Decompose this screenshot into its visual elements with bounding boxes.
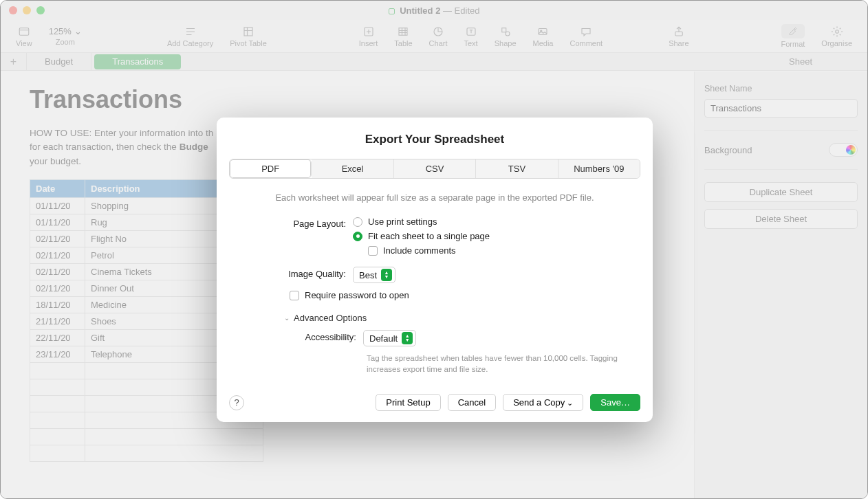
tab-numbers09[interactable]: Numbers '09 xyxy=(558,159,640,178)
tab-tsv[interactable]: TSV xyxy=(476,159,558,178)
checkbox-include-comments[interactable]: Include comments xyxy=(368,245,640,256)
send-a-copy-button[interactable]: Send a Copy xyxy=(503,394,583,411)
tab-csv[interactable]: CSV xyxy=(394,159,476,178)
checkbox-require-password[interactable]: Require password to open xyxy=(290,290,409,300)
accessibility-hint: Tag the spreadsheet when tables have few… xyxy=(367,353,640,375)
tab-excel[interactable]: Excel xyxy=(312,159,393,178)
accessibility-select[interactable]: Default ▲▼ xyxy=(363,330,416,346)
export-dialog: Export Your Spreadsheet PDF Excel CSV TS… xyxy=(217,118,653,422)
dialog-title: Export Your Spreadsheet xyxy=(229,133,640,146)
stepper-icon: ▲▼ xyxy=(402,332,413,344)
radio-use-print-settings[interactable]: Use print settings xyxy=(353,217,640,227)
format-tabs: PDF Excel CSV TSV Numbers '09 xyxy=(229,159,640,179)
stepper-icon: ▲▼ xyxy=(381,269,392,281)
page-layout-label: Page Layout: xyxy=(229,217,353,229)
advanced-options-toggle[interactable]: ⌄ Advanced Options xyxy=(284,313,640,323)
tab-pdf[interactable]: PDF xyxy=(230,159,312,178)
chevron-down-icon: ⌄ xyxy=(284,314,290,322)
image-quality-label: Image Quality: xyxy=(229,267,353,279)
dialog-description: Each worksheet will appear full size as … xyxy=(229,192,640,203)
print-setup-button[interactable]: Print Setup xyxy=(376,394,440,411)
help-button[interactable]: ? xyxy=(229,395,244,410)
save-button[interactable]: Save… xyxy=(590,394,640,411)
accessibility-label: Accessibility: xyxy=(229,330,363,342)
cancel-button[interactable]: Cancel xyxy=(448,394,496,411)
image-quality-select[interactable]: Best ▲▼ xyxy=(353,267,395,283)
radio-fit-sheet[interactable]: Fit each sheet to a single page xyxy=(353,231,640,241)
